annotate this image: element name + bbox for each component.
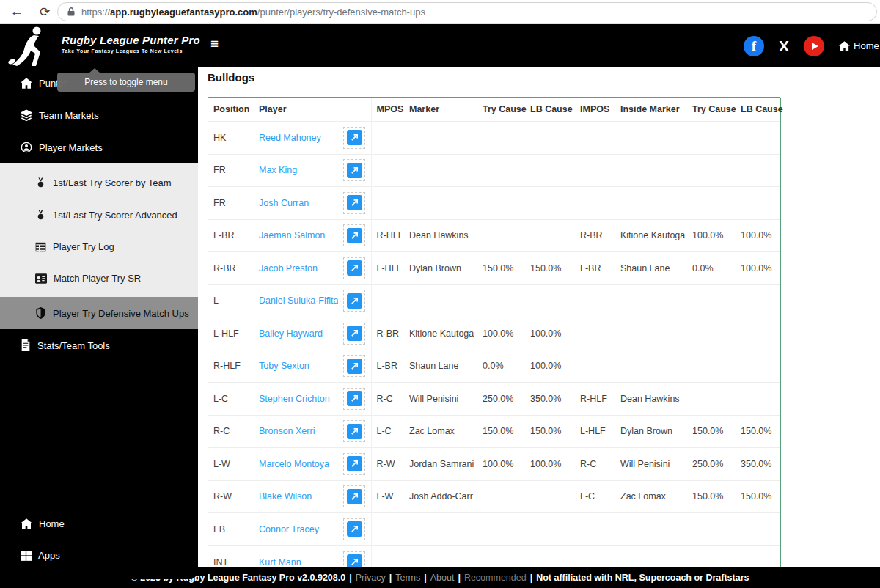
cell-position: L-BR <box>208 219 254 252</box>
sidebar-item-first-last-try-scorer-by-team[interactable]: 1st/Last Try Scorer by Team <box>0 166 198 199</box>
cell-position: L <box>208 284 254 317</box>
sidebar-item-team-markets[interactable]: Team Markets <box>0 99 198 131</box>
open-player-box <box>343 127 365 149</box>
youtube-icon[interactable] <box>804 36 824 56</box>
address-bar[interactable]: https://app.rugbyleaguefantasypro.com/pu… <box>57 2 877 21</box>
footer-link[interactable]: Terms <box>395 573 420 583</box>
external-link-icon <box>351 297 359 305</box>
player-link[interactable]: Stephen Crichton <box>259 394 330 404</box>
open-player-button[interactable] <box>347 359 362 374</box>
open-player-button[interactable] <box>347 195 362 210</box>
cell-lb-cause <box>525 219 575 252</box>
home-icon <box>21 518 32 529</box>
cell-inside-marker <box>615 317 687 350</box>
cell-try-cause: 150.0% <box>477 415 525 448</box>
table-row: R-HLFToby SextonL-BRShaun Lane0.0%100.0% <box>208 350 780 383</box>
table-row: L-HLFBailey HaywardR-BRKitione Kautoga10… <box>208 317 780 350</box>
player-link[interactable]: Josh Curran <box>259 198 309 208</box>
player-link[interactable]: Reed Mahoney <box>259 133 321 143</box>
open-player-button[interactable] <box>347 228 362 243</box>
player-link[interactable]: Marcelo Montoya <box>259 459 329 469</box>
player-link[interactable]: Jacob Preston <box>259 263 318 273</box>
cell-icon <box>338 448 371 481</box>
cell-lb-cause: 150.0% <box>525 415 575 448</box>
header-home-link[interactable]: Home <box>839 40 879 51</box>
open-player-button[interactable] <box>347 130 362 145</box>
open-player-button[interactable] <box>347 489 362 504</box>
open-player-box <box>343 485 365 507</box>
cell-mpos: L-HLF <box>371 252 404 285</box>
cell-impos <box>575 154 615 187</box>
footer-link[interactable]: About <box>430 573 455 583</box>
cell-lb-cause <box>525 284 575 317</box>
sidebar-item-label: Player Try Defensive Match Ups <box>53 308 189 319</box>
brand-text: Rugby League Punter Pro Take Your Fantas… <box>62 34 200 54</box>
open-player-button[interactable] <box>347 521 362 537</box>
cell-lb-cause-2 <box>736 122 780 155</box>
cell-try-cause <box>477 122 525 155</box>
lock-icon <box>67 7 76 17</box>
footer-text: Recommended <box>464 573 527 583</box>
menu-toggle-button[interactable]: ≡ <box>210 37 219 51</box>
sidebar-item-player-markets[interactable]: Player Markets <box>0 131 198 163</box>
player-link[interactable]: Blake Wilson <box>259 491 312 501</box>
cell-lb-cause <box>525 545 575 567</box>
x-twitter-icon[interactable]: X <box>779 37 789 55</box>
open-player-button[interactable] <box>347 456 362 471</box>
cell-mpos <box>371 284 404 317</box>
sidebar-item-player-try-log[interactable]: Player Try Log <box>0 231 198 262</box>
player-link[interactable]: Daniel Suluka-Fifita <box>259 295 338 306</box>
sidebar-item-match-player-try-sr[interactable]: Match Player Try SR <box>0 262 198 294</box>
sidebar-item-stats-team-tools[interactable]: Stats/Team Tools <box>0 329 198 361</box>
open-player-button[interactable] <box>347 293 362 309</box>
player-link[interactable]: Kurt Mann <box>259 557 301 567</box>
player-link[interactable]: Toby Sexton <box>259 361 309 371</box>
facebook-icon[interactable]: f <box>744 36 764 56</box>
cell-icon <box>338 219 371 252</box>
cell-player: Marcelo Montoya <box>254 448 338 481</box>
external-link-icon <box>351 493 359 501</box>
sidebar-item-first-last-try-scorer-advanced[interactable]: 1st/Last Try Scorer Advanced <box>0 199 198 231</box>
cell-try-cause <box>477 545 525 567</box>
cell-marker <box>404 122 477 155</box>
column-header-lb-cause: LB Cause <box>525 98 575 122</box>
cell-icon <box>338 317 371 350</box>
cell-lb-cause <box>525 513 575 546</box>
cell-player: Connor Tracey <box>254 513 338 546</box>
open-player-button[interactable] <box>347 554 362 567</box>
footer-link[interactable]: Privacy <box>356 573 386 583</box>
cell-impos <box>575 350 615 383</box>
player-link[interactable]: Bronson Xerri <box>259 426 315 436</box>
sidebar-item-home[interactable]: Home <box>0 508 198 540</box>
open-player-button[interactable] <box>347 260 362 276</box>
brand-title: Rugby League Punter Pro <box>62 34 200 46</box>
cell-lb-cause-2: 100.0% <box>736 219 780 252</box>
browser-bar: ← ⟳ https://app.rugbyleaguefantasypro.co… <box>0 0 880 24</box>
open-player-box <box>343 518 365 540</box>
cell-player: Daniel Suluka-Fifita <box>254 284 338 317</box>
cell-impos: L-BR <box>575 252 615 285</box>
table-row: HKReed Mahoney <box>208 122 780 155</box>
cell-marker <box>404 513 477 546</box>
sidebar-item-player-try-defensive-match-ups[interactable]: Player Try Defensive Match Ups <box>0 297 198 329</box>
external-link-icon <box>351 525 359 533</box>
cell-marker: Josh Addo-Carr <box>404 480 477 513</box>
cell-try-cause-2 <box>687 284 736 317</box>
sidebar-item-apps[interactable]: Apps <box>0 540 198 571</box>
cell-mpos <box>371 545 404 567</box>
open-player-button[interactable] <box>347 163 362 178</box>
player-link[interactable]: Jaeman Salmon <box>259 230 325 240</box>
browser-reload-button[interactable]: ⟳ <box>34 1 56 22</box>
browser-back-button[interactable]: ← <box>6 1 28 22</box>
player-link[interactable]: Connor Tracey <box>259 524 319 534</box>
open-player-button[interactable] <box>347 326 362 341</box>
player-link[interactable]: Max King <box>259 165 297 175</box>
layers-icon <box>21 109 32 121</box>
player-circle-icon <box>21 142 32 153</box>
cell-marker <box>404 187 477 220</box>
sidebar-item-account[interactable]: Account <box>0 571 198 579</box>
cell-impos: L-HLF <box>575 415 615 448</box>
open-player-button[interactable] <box>347 391 362 406</box>
player-link[interactable]: Bailey Hayward <box>259 328 323 339</box>
open-player-button[interactable] <box>347 424 362 439</box>
